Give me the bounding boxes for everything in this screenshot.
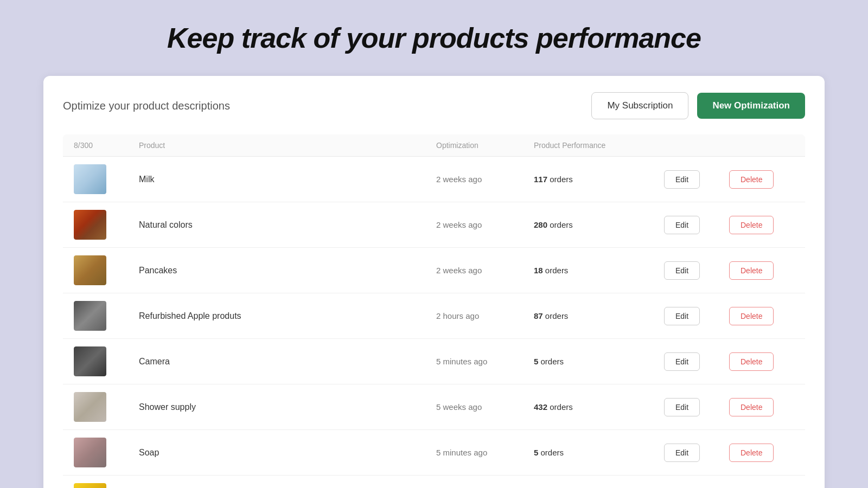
actions-shower-supply: Edit <box>664 398 729 416</box>
product-image-strawberry-milkshake <box>74 483 106 488</box>
delete-cell-natural-colors: Delete <box>729 216 794 234</box>
optimization-time-soap: 5 minutes ago <box>436 448 534 457</box>
col-edit-header <box>664 141 729 150</box>
edit-button-milk[interactable]: Edit <box>664 170 700 189</box>
table-body: Milk 2 weeks ago 117 orders Edit Delete … <box>63 157 805 488</box>
product-img-placeholder-refurbished-apple <box>74 301 106 331</box>
optimization-time-natural-colors: 2 weeks ago <box>436 220 534 229</box>
edit-button-soap[interactable]: Edit <box>664 444 700 462</box>
actions-pancakes: Edit <box>664 261 729 280</box>
product-img-placeholder-natural-colors <box>74 210 106 240</box>
col-product: Product <box>139 141 436 150</box>
product-image-milk <box>74 164 106 194</box>
header-buttons: My Subscription New Optimization <box>591 92 805 119</box>
table-row: Milk 2 weeks ago 117 orders Edit Delete <box>63 157 805 202</box>
hero-title: Keep track of your products performance <box>43 22 825 54</box>
product-name-milk: Milk <box>139 175 436 184</box>
actions-refurbished-apple: Edit <box>664 307 729 325</box>
delete-button-pancakes[interactable]: Delete <box>729 261 774 280</box>
table-row: Shower supply 5 weeks ago 432 orders Edi… <box>63 384 805 430</box>
col-optimization: Optimization <box>436 141 534 150</box>
product-img-placeholder-pancakes <box>74 255 106 285</box>
product-name-camera: Camera <box>139 357 436 367</box>
delete-button-soap[interactable]: Delete <box>729 444 774 462</box>
table-header: 8/300 Product Optimization Product Perfo… <box>63 134 805 157</box>
product-img-placeholder-shower-supply <box>74 392 106 422</box>
delete-cell-shower-supply: Delete <box>729 398 794 416</box>
card-subtitle: Optimize your product descriptions <box>63 100 230 112</box>
optimization-time-milk: 2 weeks ago <box>436 175 534 184</box>
product-image-pancakes <box>74 255 106 285</box>
delete-button-camera[interactable]: Delete <box>729 352 774 371</box>
delete-cell-pancakes: Delete <box>729 261 794 280</box>
delete-cell-refurbished-apple: Delete <box>729 307 794 325</box>
product-img-placeholder-camera <box>74 346 106 376</box>
products-table: 8/300 Product Optimization Product Perfo… <box>63 134 805 488</box>
page-wrapper: Keep track of your products performance … <box>0 0 868 488</box>
performance-pancakes: 18 orders <box>534 266 664 275</box>
edit-button-natural-colors[interactable]: Edit <box>664 216 700 234</box>
product-img-placeholder-soap <box>74 438 106 467</box>
product-image-refurbished-apple <box>74 301 106 331</box>
edit-button-pancakes[interactable]: Edit <box>664 261 700 280</box>
col-performance: Product Performance <box>534 141 664 150</box>
product-name-soap: Soap <box>139 448 436 458</box>
edit-button-shower-supply[interactable]: Edit <box>664 398 700 416</box>
actions-soap: Edit <box>664 444 729 462</box>
new-optimization-button[interactable]: New Optimization <box>697 93 805 119</box>
performance-soap: 5 orders <box>534 448 664 457</box>
performance-shower-supply: 432 orders <box>534 402 664 412</box>
col-delete-header <box>729 141 794 150</box>
table-row: Pancakes 2 weeks ago 18 orders Edit Dele… <box>63 248 805 293</box>
subscription-button[interactable]: My Subscription <box>591 92 688 119</box>
delete-cell-milk: Delete <box>729 170 794 189</box>
product-name-natural-colors: Natural colors <box>139 220 436 230</box>
col-counter: 8/300 <box>74 141 139 150</box>
optimization-time-refurbished-apple: 2 hours ago <box>436 311 534 320</box>
product-name-shower-supply: Shower supply <box>139 402 436 412</box>
table-row: Refurbished Apple produts 2 hours ago 87… <box>63 293 805 339</box>
product-name-refurbished-apple: Refurbished Apple produts <box>139 311 436 321</box>
delete-button-shower-supply[interactable]: Delete <box>729 398 774 416</box>
product-img-placeholder-milk <box>74 164 106 194</box>
product-image-soap <box>74 438 106 467</box>
actions-camera: Edit <box>664 352 729 371</box>
card-header: Optimize your product descriptions My Su… <box>63 92 805 119</box>
performance-milk: 117 orders <box>534 175 664 184</box>
optimization-time-pancakes: 2 weeks ago <box>436 266 534 275</box>
delete-cell-camera: Delete <box>729 352 794 371</box>
delete-button-natural-colors[interactable]: Delete <box>729 216 774 234</box>
product-image-camera <box>74 346 106 376</box>
table-row: Strawberry Milkshake 4 minutes ago 78 or… <box>63 476 805 488</box>
delete-cell-soap: Delete <box>729 444 794 462</box>
edit-button-camera[interactable]: Edit <box>664 352 700 371</box>
edit-button-refurbished-apple[interactable]: Edit <box>664 307 700 325</box>
performance-natural-colors: 280 orders <box>534 220 664 229</box>
performance-refurbished-apple: 87 orders <box>534 311 664 320</box>
optimization-time-shower-supply: 5 weeks ago <box>436 402 534 412</box>
product-name-pancakes: Pancakes <box>139 266 436 275</box>
performance-camera: 5 orders <box>534 357 664 366</box>
table-row: Soap 5 minutes ago 5 orders Edit Delete <box>63 430 805 476</box>
product-image-natural-colors <box>74 210 106 240</box>
optimization-time-camera: 5 minutes ago <box>436 357 534 366</box>
delete-button-milk[interactable]: Delete <box>729 170 774 189</box>
actions-natural-colors: Edit <box>664 216 729 234</box>
table-row: Camera 5 minutes ago 5 orders Edit Delet… <box>63 339 805 384</box>
product-image-shower-supply <box>74 392 106 422</box>
product-img-placeholder-strawberry-milkshake <box>74 483 106 488</box>
delete-button-refurbished-apple[interactable]: Delete <box>729 307 774 325</box>
actions-milk: Edit <box>664 170 729 189</box>
table-row: Natural colors 2 weeks ago 280 orders Ed… <box>63 202 805 248</box>
main-card: Optimize your product descriptions My Su… <box>43 76 825 488</box>
